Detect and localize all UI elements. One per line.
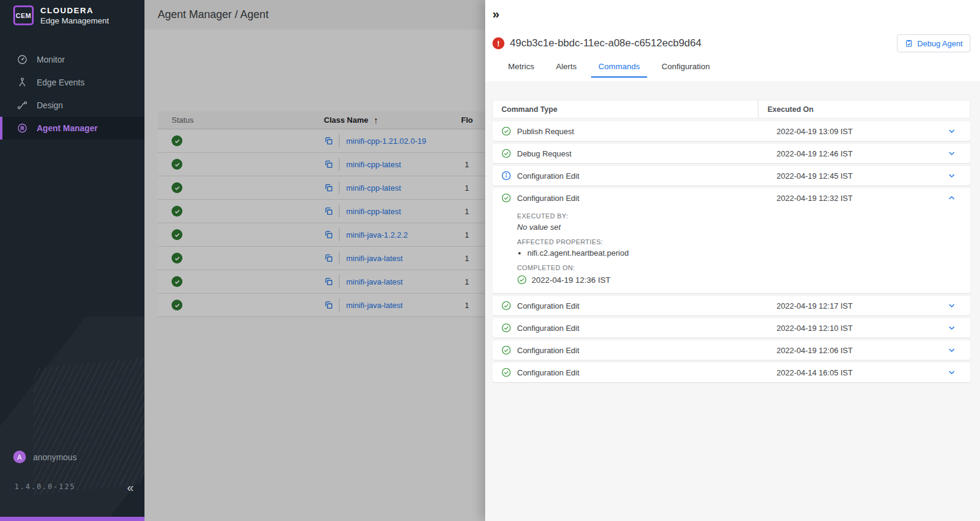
debug-agent-label: Debug Agent [917,39,963,48]
sidebar-item-design[interactable]: Design [0,94,144,117]
cem-logo-icon: CEM [13,5,34,25]
command-card: Configuration Edit 2022-04-19 12:06 IST [492,341,970,360]
debug-agent-icon [905,39,913,48]
command-row[interactable]: Configuration Edit 2022-04-19 12:17 IST [492,296,970,315]
chevron-down-icon[interactable] [947,324,956,332]
chevron-up-icon[interactable] [947,194,956,202]
command-card: Configuration Edit 2022-04-19 12:32 IST … [492,188,970,293]
success-status-icon [501,126,511,136]
command-type: Configuration Edit [517,368,579,377]
command-type: Publish Request [517,127,574,136]
error-status-icon: ! [492,37,504,49]
command-executed-on: 2022-04-14 16:05 IST [768,368,852,377]
commands-list: Publish Request 2022-04-19 13:09 IST Deb… [492,122,970,382]
sidebar-item-monitor[interactable]: Monitor [0,48,144,71]
command-type: Debug Request [517,149,571,158]
tab-metrics[interactable]: Metrics [501,62,542,78]
tab-alerts[interactable]: Alerts [549,62,585,78]
sidebar-accent-bar [0,517,144,521]
sidebar-item-label: Design [37,100,63,110]
completed-on-value: 2022-04-19 12:36 IST [532,276,610,285]
app-version: 1.4.0.0-125 [14,482,75,491]
chevron-down-icon[interactable] [947,127,956,135]
flow-icon [17,100,28,111]
success-status-icon [501,368,511,377]
debug-agent-button[interactable]: Debug Agent [897,34,970,52]
command-type: Configuration Edit [517,324,579,333]
agent-icon [17,123,28,134]
command-card: Debug Request 2022-04-19 12:46 IST [492,144,970,163]
command-row[interactable]: Debug Request 2022-04-19 12:46 IST [492,144,970,163]
user-row[interactable]: A anonymous [13,451,76,463]
sidebar: CEM CLOUDERA Edge Management Monitor Edg… [0,0,144,521]
chevron-down-icon[interactable] [947,301,956,310]
command-executed-on: 2022-04-19 12:45 IST [768,171,852,180]
success-status-icon [517,275,527,285]
column-executed-on: Executed On [758,105,813,114]
drawer-collapse-icon[interactable]: » [492,7,500,20]
executed-by-label: EXECUTED BY: [517,212,956,220]
success-status-icon [501,149,511,158]
command-executed-on: 2022-04-19 12:06 IST [768,346,852,355]
chevron-down-icon[interactable] [947,149,956,158]
chevron-down-icon[interactable] [947,171,956,180]
completed-on-label: COMPLETED ON: [517,264,956,271]
sidebar-item-edge-events[interactable]: Edge Events [0,71,144,94]
chevron-down-icon[interactable] [947,346,956,354]
avatar: A [13,451,26,463]
command-row[interactable]: Configuration Edit 2022-04-14 16:05 IST [492,363,970,382]
affected-properties-list: nifi.c2.agent.heartbeat.period [517,248,956,257]
command-type: Configuration Edit [517,194,579,203]
command-card: Configuration Edit 2022-04-19 12:45 IST [492,166,970,185]
command-row[interactable]: Configuration Edit 2022-04-19 12:45 IST [492,166,970,185]
command-row[interactable]: Configuration Edit 2022-04-19 12:10 IST [492,318,970,338]
sidebar-item-label: Agent Manager [37,123,98,133]
sidebar-item-label: Monitor [37,55,65,64]
hub-icon [17,77,28,88]
commands-table-header: Command Type Executed On [492,100,970,119]
success-status-icon [501,345,511,355]
command-card: Configuration Edit 2022-04-19 12:17 IST [492,296,970,315]
command-type: Configuration Edit [517,171,579,180]
command-row[interactable]: Configuration Edit 2022-04-19 12:06 IST [492,341,970,360]
agent-id-title: 49cb3c1e-bbdc-11ec-a08e-c6512ecb9d64 [510,37,701,49]
agent-detail-drawer: » ! 49cb3c1e-bbdc-11ec-a08e-c6512ecb9d64… [485,0,980,521]
command-executed-on: 2022-04-19 12:32 IST [768,194,852,203]
command-card: Configuration Edit 2022-04-14 16:05 IST [492,363,970,382]
command-type: Configuration Edit [517,301,579,310]
affected-properties-label: AFFECTED PROPERTIES: [517,238,956,245]
sidebar-item-agent-manager[interactable]: Agent Manager [0,117,144,140]
drawer-tabs: Metrics Alerts Commands Configuration [501,62,724,78]
command-detail: EXECUTED BY: No value set AFFECTED PROPE… [492,208,970,293]
user-name: anonymous [33,452,76,462]
tab-commands[interactable]: Commands [591,62,647,78]
brand-name: CLOUDERA [40,6,109,15]
app-logo: CEM CLOUDERA Edge Management [0,0,144,25]
executed-by-value: No value set [517,223,956,232]
affected-property: nifi.c2.agent.heartbeat.period [527,248,956,257]
command-type: Configuration Edit [517,346,579,355]
commands-panel: Command Type Executed On Publish Request… [485,81,980,521]
success-status-icon [501,301,511,310]
sidebar-nav: Monitor Edge Events Design Agent Manager [0,48,144,140]
column-command-type: Command Type [493,100,758,118]
command-card: Configuration Edit 2022-04-19 12:10 IST [492,318,970,338]
command-executed-on: 2022-04-19 12:46 IST [768,149,852,158]
success-status-icon [501,323,511,333]
brand-subtitle: Edge Management [40,16,109,25]
command-row[interactable]: Publish Request 2022-04-19 13:09 IST [492,122,970,141]
success-status-icon [501,193,511,203]
command-executed-on: 2022-04-19 12:17 IST [768,301,852,310]
command-row[interactable]: Configuration Edit 2022-04-19 12:32 IST [492,188,970,208]
command-executed-on: 2022-04-19 13:09 IST [768,127,852,136]
command-card: Publish Request 2022-04-19 13:09 IST [492,122,970,141]
sidebar-collapse-icon[interactable]: « [127,481,134,495]
gauge-icon [17,54,28,65]
sidebar-item-label: Edge Events [37,78,84,87]
chevron-down-icon[interactable] [947,368,956,377]
command-executed-on: 2022-04-19 12:10 IST [768,324,852,333]
tab-configuration[interactable]: Configuration [654,62,717,78]
info-status-icon [501,171,511,180]
